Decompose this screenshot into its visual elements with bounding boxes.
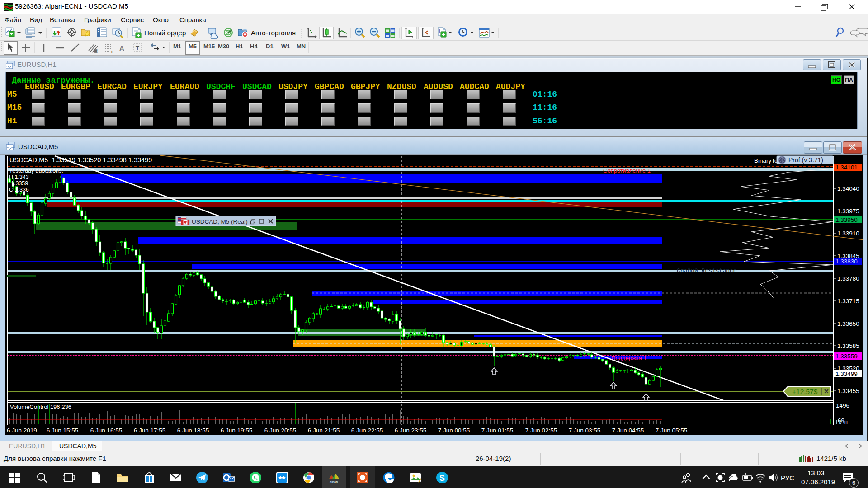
- svg-text:7 Jun 05:55: 7 Jun 05:55: [656, 427, 688, 434]
- svg-text:6 Jun 23:55: 6 Jun 23:55: [395, 427, 427, 434]
- svg-text:1.33455: 1.33455: [837, 388, 859, 394]
- svg-text:7 Jun 02:55: 7 Jun 02:55: [525, 427, 557, 434]
- svg-text:6 Jun 2019: 6 Jun 2019: [7, 427, 37, 434]
- svg-text:E: E: [94, 49, 97, 53]
- svg-text:1.33499: 1.33499: [835, 371, 858, 377]
- svg-text:Авто-торговля: Авто-торговля: [251, 29, 296, 37]
- svg-text:1496: 1496: [836, 402, 849, 409]
- svg-text:6 Jun 19:55: 6 Jun 19:55: [221, 427, 253, 434]
- svg-text:6 Jun 15:55: 6 Jun 15:55: [47, 427, 79, 434]
- svg-text:USDCAD, M5 (Real): USDCAD, M5 (Real): [192, 218, 248, 225]
- svg-text:alpari: alpari: [330, 480, 338, 483]
- svg-text:1.33559: 1.33559: [835, 353, 858, 360]
- svg-text:7 Jun 01:55: 7 Jun 01:55: [481, 427, 514, 434]
- svg-text:1.34040: 1.34040: [837, 185, 859, 192]
- svg-text:7 Jun 00:55: 7 Jun 00:55: [438, 427, 470, 434]
- svg-text:1.33830: 1.33830: [835, 258, 858, 265]
- svg-text:7 Jun 03:55: 7 Jun 03:55: [569, 427, 601, 434]
- svg-text:6 Jun 20:55: 6 Jun 20:55: [264, 427, 297, 434]
- svg-text:1.33950: 1.33950: [835, 216, 858, 223]
- svg-text:F: F: [111, 50, 114, 54]
- svg-text:f: f: [439, 28, 440, 33]
- svg-text:1.33650: 1.33650: [837, 320, 859, 327]
- svg-text:1.33780: 1.33780: [837, 275, 859, 282]
- svg-text:1.33975: 1.33975: [837, 208, 859, 215]
- svg-text:Новый ордер: Новый ордер: [144, 29, 186, 37]
- svg-text:C 1.336: C 1.336: [9, 187, 29, 193]
- svg-text:1.3359: 1.3359: [11, 180, 28, 187]
- svg-text:1.33715: 1.33715: [837, 298, 859, 305]
- svg-text:T: T: [136, 45, 139, 52]
- svg-text:H 1.343: H 1.343: [9, 174, 29, 180]
- svg-text:1.33585: 1.33585: [837, 343, 859, 349]
- svg-text:7 Jun 04:55: 7 Jun 04:55: [612, 427, 644, 434]
- svg-text:USDCAD,M5 1.33519 1.33520 1.3: USDCAD,M5 1.33519 1.33520 1.33498 1.3349…: [9, 156, 152, 164]
- svg-text:A: A: [119, 44, 124, 52]
- svg-text:Сопротивление 1: Сопротивление 1: [603, 167, 651, 174]
- svg-text:Yesterday quotations:: Yesterday quotations:: [9, 168, 63, 174]
- svg-text:69: 69: [838, 417, 844, 424]
- svg-text:6 Jun 21:55: 6 Jun 21:55: [308, 427, 340, 434]
- svg-text:6 Jun 17:55: 6 Jun 17:55: [134, 427, 166, 434]
- svg-text:Поддержка 1: Поддержка 1: [611, 355, 647, 361]
- svg-text:6 Jun 18:55: 6 Jun 18:55: [177, 427, 209, 434]
- svg-text:6 Jun 22:55: 6 Jun 22:55: [351, 427, 383, 434]
- svg-text:1.33910: 1.33910: [837, 230, 859, 237]
- svg-text:+12.57$: +12.57$: [792, 388, 818, 395]
- svg-text:VolumeControl 196 236: VolumeControl 196 236: [10, 404, 71, 410]
- svg-text:Prof (v 3.71): Prof (v 3.71): [788, 156, 823, 164]
- svg-text:1.34101: 1.34101: [835, 164, 858, 171]
- svg-text:S: S: [439, 474, 445, 483]
- svg-text:6 Jun 16:55: 6 Jun 16:55: [90, 427, 123, 434]
- svg-text:Слабый Resistance: Слабый Resistance: [677, 267, 737, 274]
